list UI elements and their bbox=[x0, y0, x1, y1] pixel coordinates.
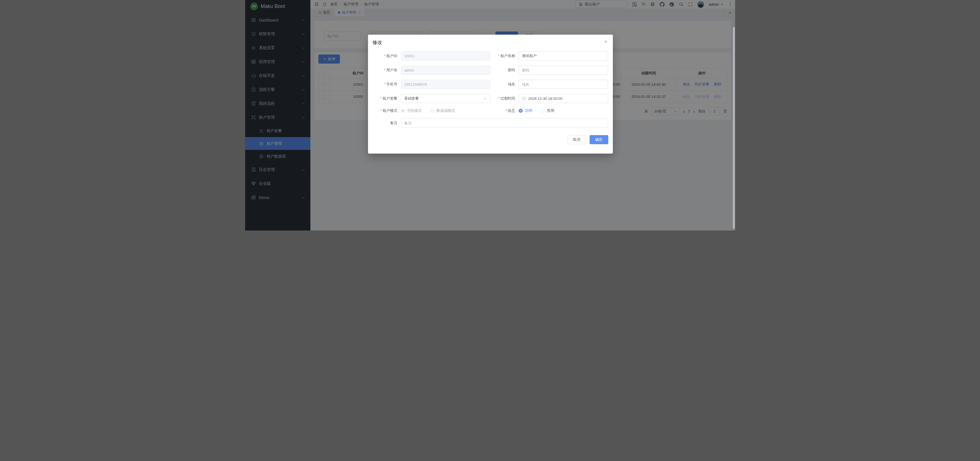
username-label: 用户名 bbox=[372, 67, 401, 73]
cancel-button[interactable]: 取消 bbox=[568, 135, 586, 144]
radio-icon bbox=[401, 109, 405, 113]
radio-icon bbox=[541, 109, 545, 113]
status-radio-group: 启用 禁用 bbox=[519, 108, 608, 113]
remark-label: 备注 bbox=[372, 120, 401, 126]
tenant-mode-radio-group: 字段模式 数据源模式 bbox=[401, 108, 490, 113]
expire-time-label: 过期时间 bbox=[490, 96, 519, 101]
edit-tenant-dialog: 修改 租户ID 租户名称 用户名 bbox=[368, 35, 613, 153]
mobile-label: 手机号 bbox=[372, 82, 401, 87]
radio-icon bbox=[519, 109, 523, 113]
enabled-radio[interactable]: 启用 bbox=[519, 108, 532, 113]
tenant-name-label: 租户名称 bbox=[490, 53, 519, 59]
radio-icon bbox=[430, 109, 434, 113]
remark-field[interactable] bbox=[401, 118, 608, 128]
password-label: 密码 bbox=[490, 67, 519, 73]
field-mode-radio[interactable]: 字段模式 bbox=[401, 108, 422, 113]
dialog-form: 租户ID 租户名称 用户名 密码 bbox=[372, 51, 608, 128]
username-field[interactable] bbox=[401, 65, 490, 75]
tenant-mode-label: 租户模式 bbox=[372, 108, 401, 113]
package-label: 租户套餐 bbox=[372, 96, 401, 101]
confirm-button[interactable]: 确定 bbox=[590, 135, 608, 144]
clock-icon bbox=[522, 97, 526, 100]
close-icon[interactable] bbox=[603, 39, 608, 44]
domain-label: 域名 bbox=[490, 82, 519, 87]
package-select[interactable]: 基础套餐 bbox=[401, 94, 490, 103]
app-window: Maku Boot Dashboard 权限管理 系统设置 应用管理 bbox=[245, 0, 735, 231]
dialog-title: 修改 bbox=[372, 39, 382, 46]
status-label: 状态 bbox=[490, 108, 519, 113]
package-select-value: 基础套餐 bbox=[404, 96, 419, 101]
password-field[interactable] bbox=[519, 65, 608, 75]
dialog-footer: 取消 确定 bbox=[372, 135, 608, 144]
disabled-radio[interactable]: 禁用 bbox=[541, 108, 554, 113]
datasource-mode-radio[interactable]: 数据源模式 bbox=[430, 108, 455, 113]
domain-field[interactable] bbox=[519, 80, 608, 89]
expire-time-picker[interactable]: 2029-12-30 16:00:00 bbox=[519, 94, 608, 103]
tenant-name-field[interactable] bbox=[519, 51, 608, 61]
tenant-id-field[interactable] bbox=[401, 51, 490, 61]
expire-time-value: 2029-12-30 16:00:00 bbox=[528, 97, 563, 101]
mobile-field[interactable] bbox=[401, 80, 490, 89]
tenant-id-label: 租户ID bbox=[372, 53, 401, 59]
scrollbar[interactable] bbox=[733, 27, 735, 229]
dialog-header: 修改 bbox=[372, 39, 608, 46]
chevron-down-icon bbox=[484, 97, 487, 100]
